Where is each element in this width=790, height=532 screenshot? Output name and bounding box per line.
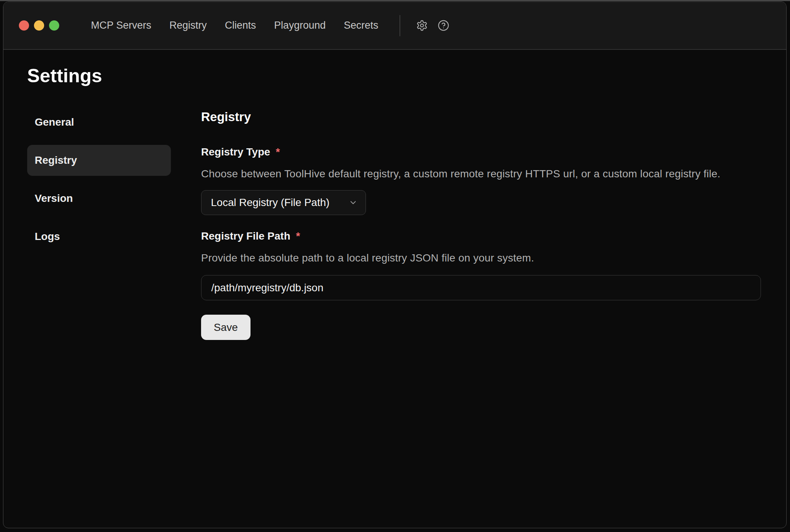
- nav-item-secrets[interactable]: Secrets: [344, 20, 378, 31]
- zoom-window-icon[interactable]: [49, 20, 59, 31]
- registry-file-path-input[interactable]: [201, 275, 761, 300]
- nav-item-playground[interactable]: Playground: [274, 20, 326, 31]
- settings-page: Settings General Registry Version Logs R…: [3, 50, 786, 340]
- help-icon[interactable]: [438, 20, 449, 31]
- titlebar-divider: [400, 15, 400, 36]
- registry-type-label-row: Registry Type *: [201, 146, 761, 158]
- registry-type-select[interactable]: Local Registry (File Path): [201, 190, 366, 215]
- titlebar: MCP Servers Registry Clients Playground …: [3, 2, 786, 50]
- nav-item-registry[interactable]: Registry: [169, 20, 207, 31]
- sidebar-item-logs[interactable]: Logs: [27, 221, 171, 252]
- save-button[interactable]: Save: [201, 315, 251, 340]
- gear-icon[interactable]: [416, 20, 428, 31]
- registry-file-path-label-row: Registry File Path *: [201, 230, 761, 242]
- registry-file-path-description: Provide the absolute path to a local reg…: [201, 252, 761, 264]
- sidebar-item-registry[interactable]: Registry: [27, 145, 171, 176]
- registry-type-label: Registry Type: [201, 146, 270, 158]
- settings-sidebar: General Registry Version Logs: [27, 107, 171, 259]
- main-nav: MCP Servers Registry Clients Playground …: [91, 20, 378, 31]
- chevron-down-icon: [349, 198, 358, 207]
- nav-item-mcp-servers[interactable]: MCP Servers: [91, 20, 151, 31]
- registry-type-description: Choose between ToolHive default registry…: [201, 168, 761, 180]
- sidebar-item-general[interactable]: General: [27, 107, 171, 138]
- sidebar-item-version[interactable]: Version: [27, 183, 171, 214]
- registry-settings-panel: Registry Registry Type * Choose between …: [201, 107, 761, 340]
- traffic-lights: [19, 20, 59, 31]
- required-asterisk: *: [276, 146, 280, 158]
- registry-type-select-value: Local Registry (File Path): [211, 197, 329, 209]
- background-window-edge: [0, 0, 790, 1]
- app-window: MCP Servers Registry Clients Playground …: [3, 2, 787, 528]
- registry-file-path-label: Registry File Path: [201, 230, 290, 242]
- close-window-icon[interactable]: [19, 20, 29, 31]
- page-title: Settings: [27, 65, 786, 87]
- nav-item-clients[interactable]: Clients: [225, 20, 256, 31]
- required-asterisk: *: [296, 230, 300, 242]
- minimize-window-icon[interactable]: [34, 20, 44, 31]
- section-heading: Registry: [201, 110, 761, 124]
